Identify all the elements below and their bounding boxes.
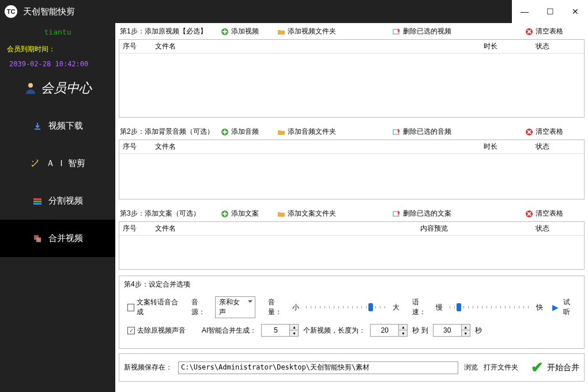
save-path-input[interactable]: [178, 361, 458, 374]
col-status: 状态: [532, 40, 584, 53]
window-title: 天创智能快剪: [23, 6, 75, 17]
svg-point-1: [32, 161, 33, 162]
save-bar: 新视频保存在： 浏览 打开文件夹 ✔ 开始合并: [119, 353, 585, 382]
svg-point-0: [28, 83, 33, 88]
speed-label: 语速：: [412, 297, 431, 317]
split-icon: [32, 196, 43, 206]
svg-rect-3: [33, 201, 42, 202]
count-spinner[interactable]: ▲▼: [261, 324, 299, 337]
merge-icon: [32, 233, 43, 244]
delete-icon: [392, 127, 401, 136]
col-duration: 时长: [480, 40, 532, 53]
check-icon: ✔: [531, 359, 544, 376]
nav-video-download[interactable]: 视频下载: [0, 107, 115, 145]
volume-label: 音量：: [268, 297, 287, 317]
clear-text-button[interactable]: 清空表格: [522, 208, 566, 220]
clear-icon: [525, 209, 533, 218]
save-label: 新视频保存在：: [124, 363, 172, 372]
add-video-button[interactable]: 添加视频: [218, 25, 274, 37]
folder-icon: [277, 27, 285, 36]
col-seq: 序号: [119, 40, 152, 53]
col-name: 文件名: [152, 222, 417, 235]
clear-audio-button[interactable]: 清空表格: [522, 126, 566, 138]
video-table: 序号 文件名 时长 状态: [119, 39, 585, 118]
video-table-body[interactable]: [119, 54, 584, 117]
nav-merge-video[interactable]: 合并视频: [0, 220, 115, 257]
step4-panel: 第4步：设定合并选项 文案转语音合成 音源： 亲和女声 音量： 小 大 语速： …: [119, 276, 585, 349]
step3-label: 第3步：添加文案（可选）: [120, 209, 218, 218]
download-icon: [32, 121, 43, 131]
nav-label: 合并视频: [48, 233, 83, 244]
maximize-button[interactable]: ☐: [537, 0, 563, 23]
delete-audio-button[interactable]: 删除已选的音频: [390, 126, 522, 138]
text-table: 序号 文件名 内容预览 状态: [119, 221, 585, 270]
col-name: 文件名: [152, 140, 480, 153]
main-panel: 第1步：添加原视频【必选】 添加视频 添加视频文件夹 删除已选的视频 清空表格 …: [115, 23, 588, 392]
nav-label: Ａ Ｉ 智剪: [46, 158, 85, 169]
minimize-button[interactable]: —: [512, 0, 537, 23]
browse-button[interactable]: 浏览: [464, 363, 478, 372]
col-seq: 序号: [119, 222, 152, 235]
delete-text-button[interactable]: 删除已选的文案: [390, 208, 522, 220]
col-status: 状态: [532, 222, 584, 235]
preview-button[interactable]: 试听: [563, 297, 576, 317]
plus-icon: [220, 127, 229, 136]
col-status: 状态: [532, 140, 584, 153]
step2-label: 第2步：添加背景音频（可选）: [120, 127, 218, 137]
plus-icon: [220, 209, 229, 218]
clear-video-button[interactable]: 清空表格: [522, 25, 566, 37]
titlebar: TC 天创智能快剪 — ☐ ✕: [0, 0, 588, 23]
voice-select[interactable]: 亲和女声: [215, 296, 255, 318]
member-center-label: 会员中心: [41, 80, 92, 97]
plus-icon: [220, 27, 229, 36]
col-name: 文件名: [152, 40, 480, 53]
volume-slider[interactable]: [306, 306, 386, 308]
folder-icon: [277, 127, 285, 136]
step4-label: 第4步：设定合并选项: [124, 280, 579, 289]
nav-ai-clip[interactable]: Ａ Ｉ 智剪: [0, 145, 115, 182]
username: tiantu: [0, 23, 115, 42]
max-length-spinner[interactable]: ▲▼: [433, 324, 470, 337]
ai-gen-label: AI智能合并生成：: [202, 326, 257, 336]
add-text-folder-button[interactable]: 添加文案文件夹: [274, 208, 390, 220]
audio-table-body[interactable]: [119, 154, 584, 199]
expiry-value: 2039-02-28 10:42:00: [0, 56, 115, 76]
nav-label: 视频下载: [48, 120, 83, 131]
avatar-icon: [24, 81, 37, 95]
delete-icon: [392, 27, 401, 36]
tts-checkbox[interactable]: 文案转语音合成: [127, 297, 181, 317]
member-center-button[interactable]: 会员中心: [0, 76, 115, 107]
col-preview: 内容预览: [417, 222, 532, 235]
open-folder-button[interactable]: 打开文件夹: [484, 363, 518, 372]
expiry-label: 会员到期时间：: [0, 42, 115, 56]
svg-rect-2: [33, 198, 42, 200]
add-audio-folder-button[interactable]: 添加音频文件夹: [274, 126, 390, 138]
add-video-folder-button[interactable]: 添加视频文件夹: [274, 25, 390, 37]
sidebar: tiantu 会员到期时间： 2039-02-28 10:42:00 会员中心 …: [0, 23, 115, 392]
col-duration: 时长: [480, 140, 532, 153]
folder-icon: [277, 209, 285, 218]
delete-icon: [392, 209, 401, 218]
nav-label: 分割视频: [48, 195, 83, 206]
min-length-spinner[interactable]: ▲▼: [370, 324, 408, 337]
audio-table: 序号 文件名 时长 状态: [119, 140, 585, 199]
text-table-body[interactable]: [119, 236, 584, 269]
add-audio-button[interactable]: 添加音频: [218, 126, 274, 138]
col-seq: 序号: [119, 140, 152, 153]
close-button[interactable]: ✕: [563, 0, 588, 23]
voice-label: 音源：: [191, 297, 210, 317]
svg-rect-6: [36, 238, 41, 242]
speed-slider[interactable]: [450, 306, 529, 308]
step1-label: 第1步：添加原视频【必选】: [120, 27, 218, 36]
add-text-button[interactable]: 添加文案: [218, 208, 274, 220]
remove-audio-checkbox[interactable]: ✓去除原视频声音: [127, 326, 186, 336]
clear-icon: [525, 27, 533, 36]
start-merge-button[interactable]: ✔ 开始合并: [531, 359, 579, 376]
play-icon[interactable]: ▶: [552, 303, 559, 312]
nav-split-video[interactable]: 分割视频: [0, 182, 115, 220]
clear-icon: [525, 127, 533, 136]
app-logo: TC: [5, 5, 17, 18]
delete-video-button[interactable]: 删除已选的视频: [390, 25, 522, 37]
svg-rect-4: [33, 203, 42, 205]
magic-icon: [30, 159, 40, 169]
